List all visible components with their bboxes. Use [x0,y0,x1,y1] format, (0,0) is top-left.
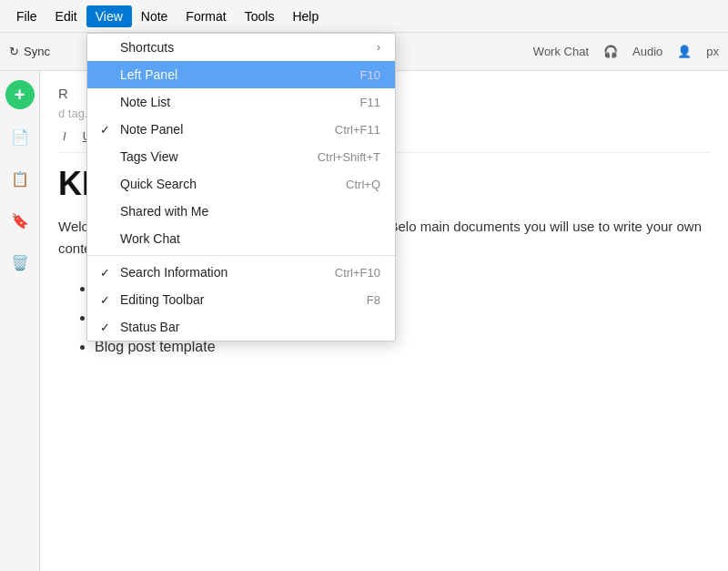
menu-item-shortcut: F11 [360,96,380,109]
menu-help[interactable]: Help [283,5,328,27]
menu-item-shortcut: Ctrl+Shift+T [318,150,380,164]
menu-tools[interactable]: Tools [236,5,284,27]
menu-item-editing-toolbar[interactable]: ✓ Editing Toolbar F8 [87,286,395,313]
menu-item-shortcut: F10 [360,68,380,82]
sync-button[interactable]: ↻ Sync [9,45,50,58]
toolbar-right: Work Chat 🎧 Audio 👤 px [533,45,719,58]
checkmark-icon: ✓ [100,123,110,137]
checkmark-icon: ✓ [100,266,110,280]
menu-file[interactable]: File [7,5,46,27]
notebook-icon[interactable]: 📋 [5,164,35,193]
audio-icon: 🎧 [603,45,618,58]
bookmark-icon[interactable]: 🔖 [5,206,35,235]
menu-item-label: Tags View [120,149,178,164]
menu-item-note-panel[interactable]: ✓ Note Panel Ctrl+F11 [87,116,395,143]
user-icon: 👤 [677,45,692,58]
menu-item-label: Quick Search [120,177,197,191]
trash-icon[interactable]: 🗑️ [5,248,35,277]
work-chat-label[interactable]: Work Chat [533,45,589,58]
submenu-arrow-icon: › [377,41,380,54]
menu-item-label: Search Information [120,265,228,280]
sync-label: Sync [24,45,50,58]
menu-item-label: Note Panel [120,122,183,137]
menu-item-work-chat[interactable]: Work Chat [87,225,395,252]
menu-item-label: Note List [120,95,170,109]
menu-item-tags-view[interactable]: Tags View Ctrl+Shift+T [87,143,395,170]
menu-view[interactable]: View [86,5,132,27]
menu-format[interactable]: Format [177,5,235,27]
menu-item-label: Left Panel [120,67,177,82]
italic-btn[interactable]: I [58,127,71,145]
audio-label[interactable]: Audio [632,45,662,58]
menu-item-note-list[interactable]: Note List F11 [87,88,395,116]
px-label: px [706,45,719,58]
checkmark-icon: ✓ [100,321,110,334]
menu-item-shortcuts[interactable]: Shortcuts › [87,34,395,61]
view-dropdown-menu: Shortcuts › Left Panel F10 Note List F11… [86,33,396,342]
checkmark-icon: ✓ [100,293,110,307]
add-note-button[interactable]: + [5,80,35,109]
menu-item-shortcut: F8 [367,293,380,307]
menu-item-search-information[interactable]: ✓ Search Information Ctrl+F10 [87,259,395,286]
menu-item-label: Status Bar [120,320,179,334]
menu-item-label: Shortcuts [120,40,174,55]
menu-separator [87,255,395,256]
menu-item-shortcut: Ctrl+F10 [335,266,380,280]
menu-edit[interactable]: Edit [46,5,86,27]
menu-item-shortcut: Ctrl+F11 [335,123,380,137]
menu-item-shortcut: Ctrl+Q [346,178,380,191]
icon-sidebar: + 📄 📋 🔖 🗑️ [0,71,40,571]
menu-item-left-panel[interactable]: Left Panel F10 [87,61,395,88]
sync-icon: ↻ [9,45,19,58]
menu-item-label: Editing Toolbar [120,292,204,307]
menu-note[interactable]: Note [132,5,177,27]
notes-icon[interactable]: 📄 [5,122,35,151]
menu-item-label: Shared with Me [120,204,208,219]
menu-item-quick-search[interactable]: Quick Search Ctrl+Q [87,170,395,198]
menu-item-status-bar[interactable]: ✓ Status Bar [87,313,395,341]
menu-item-label: Work Chat [120,231,180,246]
menu-item-shared-with-me[interactable]: Shared with Me [87,198,395,225]
menubar: File Edit View Note Format Tools Help [0,0,728,33]
